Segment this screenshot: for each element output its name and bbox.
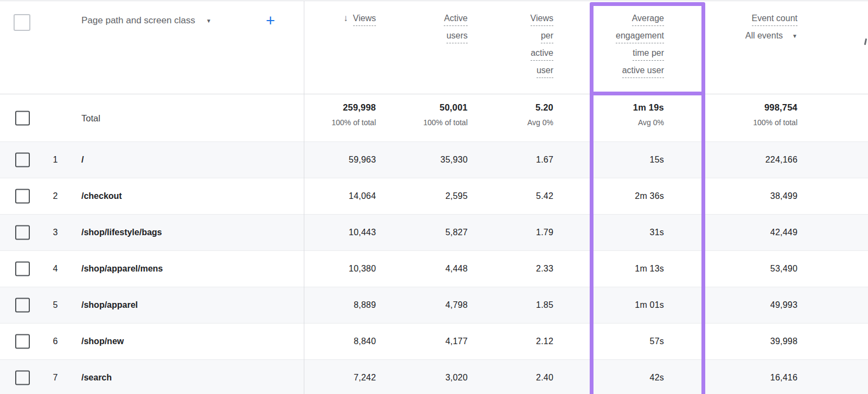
vpau-header-line: per <box>541 30 553 43</box>
active-users-cell: 2,595 <box>445 191 468 201</box>
add-dimension-button[interactable]: + <box>266 12 275 29</box>
total-label: Total <box>81 113 100 123</box>
total-views-value: 259,998 <box>331 102 376 113</box>
event-filter-value: All events <box>745 31 783 41</box>
event-count-header-label: Event count <box>752 13 798 26</box>
total-event-count-cell: 998,754 100% of total <box>753 102 797 127</box>
engagement-header-line: active user <box>622 65 664 78</box>
dimension-header-label: Page path and screen class <box>81 15 195 26</box>
table-row: 6 /shop/new 8,840 4,177 2.12 57s 39,998 <box>0 323 868 359</box>
event-count-cell: 49,993 <box>770 300 797 310</box>
total-avg-engagement-cell: 1m 19s Avg 0% <box>633 102 664 127</box>
row-index: 6 <box>50 337 61 346</box>
total-views-per-active-user-cell: 5.20 Avg 0% <box>527 102 553 127</box>
views-cell: 8,840 <box>354 337 376 346</box>
select-all-checkbox[interactable] <box>14 14 30 31</box>
active-users-cell: 3,020 <box>445 373 468 383</box>
total-engagement-subtext: Avg 0% <box>633 118 664 127</box>
total-vpau-value: 5.20 <box>527 102 553 113</box>
event-count-cell: 38,499 <box>770 191 797 201</box>
row-checkbox[interactable] <box>15 189 30 204</box>
avg-engagement-cell: 42s <box>650 373 664 383</box>
table-row: 7 /search 7,242 3,020 2.40 42s 16,416 <box>0 359 868 394</box>
views-cell: 10,443 <box>349 228 376 237</box>
chevron-down-icon: ▼ <box>792 33 797 39</box>
table-row: 4 /shop/apparel/mens 10,380 4,448 2.33 1… <box>0 250 868 287</box>
row-index: 4 <box>50 264 61 274</box>
vpau-header-line: Views <box>531 13 553 26</box>
total-event-count-subtext: 100% of total <box>753 118 797 127</box>
total-active-users-subtext: 100% of total <box>423 118 468 127</box>
page-path-cell: /shop/apparel <box>81 300 138 310</box>
column-header-active-users[interactable]: Active users <box>444 13 468 48</box>
row-index: 1 <box>50 155 61 165</box>
avg-engagement-cell: 57s <box>650 337 664 346</box>
views-per-active-user-cell: 1.85 <box>536 300 553 310</box>
table-row: 2 /checkout 14,064 2,595 5.42 2m 36s 38,… <box>0 178 868 214</box>
avg-engagement-cell: 1m 13s <box>635 264 664 274</box>
avg-engagement-cell: 2m 36s <box>635 191 664 201</box>
table-header-row: Page path and screen class ▼ + ↓ Views A… <box>0 1 868 94</box>
total-row-checkbox[interactable] <box>15 111 30 125</box>
dimension-header-button[interactable]: Page path and screen class ▼ <box>81 15 212 26</box>
column-header-views[interactable]: ↓ Views <box>343 13 376 30</box>
row-checkbox[interactable] <box>15 298 30 313</box>
active-users-header-line: Active <box>444 13 468 26</box>
table-row: 1 / 59,963 35,930 1.67 15s 224,166 <box>0 141 868 178</box>
total-engagement-value: 1m 19s <box>633 102 664 113</box>
row-checkbox[interactable] <box>15 153 30 167</box>
row-index: 5 <box>50 300 61 310</box>
views-header-label: Views <box>353 13 376 26</box>
views-cell: 59,963 <box>349 155 376 165</box>
event-count-cell: 224,166 <box>765 155 797 165</box>
row-index: 2 <box>50 191 61 201</box>
views-per-active-user-cell: 2.12 <box>536 337 553 346</box>
active-users-cell: 4,798 <box>445 300 468 310</box>
avg-engagement-cell: 31s <box>650 228 664 237</box>
event-filter-dropdown[interactable]: All events ▼ <box>745 31 797 41</box>
engagement-header-line: engagement <box>616 30 664 43</box>
active-users-cell: 5,827 <box>445 228 468 237</box>
row-checkbox[interactable] <box>15 225 30 240</box>
row-checkbox[interactable] <box>15 371 30 385</box>
engagement-header-line: time per <box>633 48 664 61</box>
views-per-active-user-cell: 2.33 <box>536 264 553 274</box>
chevron-down-icon: ▼ <box>206 18 212 24</box>
views-cell: 14,064 <box>349 191 376 201</box>
page-path-cell: / <box>81 155 84 165</box>
page-path-cell: /shop/lifestyle/bags <box>81 228 162 237</box>
sort-descending-icon: ↓ <box>343 13 348 24</box>
table-row: 3 /shop/lifestyle/bags 10,443 5,827 1.79… <box>0 214 868 250</box>
column-header-views-per-active-user[interactable]: Views per active user <box>531 13 553 82</box>
views-per-active-user-cell: 1.79 <box>536 228 553 237</box>
views-per-active-user-cell: 1.67 <box>536 155 553 165</box>
engagement-header-line: Average <box>632 13 664 26</box>
totals-row: Total 259,998 100% of total 50,001 100% … <box>0 94 868 141</box>
page-path-cell: /shop/new <box>81 337 124 346</box>
avg-engagement-cell: 15s <box>650 155 664 165</box>
column-header-event-count[interactable]: Event count All events ▼ <box>745 13 797 41</box>
total-views-subtext: 100% of total <box>331 118 376 127</box>
total-active-users-cell: 50,001 100% of total <box>423 102 468 127</box>
page-path-cell: /shop/apparel/mens <box>81 264 163 274</box>
views-cell: 10,380 <box>349 264 376 274</box>
table-row: 5 /shop/apparel 8,889 4,798 1.85 1m 01s … <box>0 287 868 323</box>
total-views-cell: 259,998 100% of total <box>331 102 376 127</box>
total-event-count-value: 998,754 <box>753 102 797 113</box>
analytics-pages-table: Page path and screen class ▼ + ↓ Views A… <box>0 0 868 394</box>
event-count-cell: 39,998 <box>770 337 797 346</box>
event-count-cell: 53,490 <box>770 264 797 274</box>
dimension-metrics-divider <box>304 1 304 394</box>
views-per-active-user-cell: 2.40 <box>536 373 553 383</box>
page-path-cell: /checkout <box>81 191 122 201</box>
views-cell: 8,889 <box>354 300 376 310</box>
active-users-cell: 4,177 <box>445 337 468 346</box>
table-top-border <box>0 1 868 1</box>
row-checkbox[interactable] <box>15 334 30 349</box>
total-active-users-value: 50,001 <box>423 102 468 113</box>
avg-engagement-cell: 1m 01s <box>635 300 664 310</box>
total-vpau-subtext: Avg 0% <box>527 118 553 127</box>
row-checkbox[interactable] <box>15 262 30 276</box>
column-header-avg-engagement-time[interactable]: Average engagement time per active user <box>616 13 664 82</box>
views-per-active-user-cell: 5.42 <box>536 191 553 201</box>
